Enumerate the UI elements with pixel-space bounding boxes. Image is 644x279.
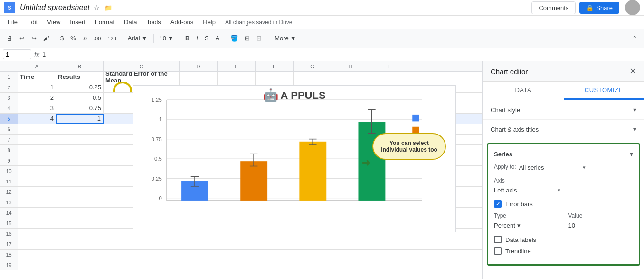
menu-addons[interactable]: Add-ons	[167, 17, 197, 27]
redo-button[interactable]: ↪	[28, 33, 39, 44]
bold-button[interactable]: B	[182, 33, 192, 44]
menu-help[interactable]: Help	[199, 17, 219, 27]
cell-reference-input[interactable]	[3, 49, 31, 59]
formula-input[interactable]	[42, 51, 641, 58]
apply-to-select[interactable]: All series ▾	[519, 163, 586, 173]
cell-G1[interactable]	[294, 72, 331, 82]
save-status: All changes saved in Drive	[225, 19, 292, 26]
separator-5	[225, 34, 225, 43]
type-value-row: Type Percent ▾ Value 10	[494, 212, 633, 231]
menu-format[interactable]: Format	[91, 17, 118, 27]
column-headers: A B C D E F G H I	[0, 61, 482, 72]
svg-text:0.5: 0.5	[154, 156, 162, 162]
comments-button[interactable]: Comments	[531, 1, 576, 14]
menu-insert[interactable]: Insert	[66, 17, 89, 27]
data-labels-checkbox[interactable]	[494, 236, 502, 243]
row-num: 13	[0, 197, 18, 207]
font-family-select[interactable]: Arial ▼	[124, 33, 151, 44]
menu-view[interactable]: View	[43, 17, 64, 27]
google-sheets-logo: S	[4, 2, 15, 13]
fx-label: fx	[34, 51, 39, 58]
apply-to-label: Apply to:	[494, 164, 516, 170]
chart-axis-titles-label: Chart & axis titles	[491, 126, 539, 133]
cell-A1[interactable]: Time	[18, 72, 56, 82]
share-button[interactable]: 🔒 Share	[579, 2, 619, 14]
cell-B1[interactable]: Results	[56, 72, 104, 82]
trendline-checkbox[interactable]	[494, 247, 502, 255]
lock-icon: 🔒	[586, 4, 594, 11]
svg-rect-30	[412, 115, 419, 121]
cell-A4[interactable]: 3	[18, 103, 56, 113]
svg-text:0: 0	[159, 195, 161, 201]
row-num: 9	[0, 155, 18, 165]
cell-B5[interactable]: 1	[56, 114, 104, 124]
chevron-down-icon: ▾	[630, 150, 633, 158]
avatar	[625, 0, 640, 15]
star-icon[interactable]: ☆	[93, 3, 101, 12]
cell-C1[interactable]: Standard Error of the Mean	[104, 72, 180, 82]
font-size-select[interactable]: 10 ▼	[156, 33, 177, 44]
strikethrough-button[interactable]: S	[202, 33, 212, 44]
print-button[interactable]: 🖨	[4, 33, 16, 44]
more-button[interactable]: More ▼	[270, 33, 301, 44]
menu-file[interactable]: File	[4, 17, 21, 27]
number-format-button[interactable]: 123	[104, 34, 119, 43]
chart-style-section[interactable]: Chart style ▾	[483, 100, 644, 120]
menu-data[interactable]: Data	[120, 17, 141, 27]
chart-axis-titles-section[interactable]: Chart & axis titles ▾	[483, 120, 644, 139]
cell-H1[interactable]	[331, 72, 369, 82]
tab-data[interactable]: DATA	[483, 82, 564, 100]
cell-E1[interactable]	[218, 72, 256, 82]
decrease-decimal-button[interactable]: .0	[80, 34, 90, 43]
cell-B4[interactable]: 0.75	[56, 103, 104, 113]
main-area: A B C D E F G H I 1 Time Results Standar…	[0, 61, 644, 279]
trendline-label: Trendline	[505, 248, 531, 255]
value-input[interactable]: 10	[568, 221, 634, 231]
data-labels-label: Data labels	[505, 236, 536, 243]
error-bars-row: ✓ Error bars	[494, 200, 633, 208]
type-select[interactable]: Percent ▾	[494, 221, 559, 231]
cell-B2[interactable]: 0.25	[56, 82, 104, 92]
row-num: 17	[0, 239, 18, 249]
cell-F1[interactable]	[256, 72, 294, 82]
tab-customize[interactable]: CUSTOMIZE	[564, 82, 644, 100]
cell-A5[interactable]: 4	[18, 114, 56, 124]
menu-tools[interactable]: Tools	[142, 17, 164, 27]
cell-A2[interactable]: 1	[18, 82, 56, 92]
text-color-button[interactable]: A	[213, 33, 223, 44]
cell-B3[interactable]: 0.5	[56, 93, 104, 103]
fill-color-button[interactable]: 🪣	[227, 33, 241, 44]
chevron-down-icon: ▾	[558, 187, 560, 193]
row-num: 12	[0, 187, 18, 197]
paint-format-button[interactable]: 🖌	[40, 33, 52, 44]
menu-edit[interactable]: Edit	[23, 17, 41, 27]
percent-button[interactable]: %	[67, 33, 79, 44]
axis-select[interactable]: Left axis ▾	[494, 185, 560, 195]
menu-bar: File Edit View Insert Format Data Tools …	[0, 16, 644, 29]
italic-button[interactable]: I	[193, 33, 201, 44]
increase-decimal-button[interactable]: .00	[91, 34, 104, 43]
folder-icon[interactable]: 📁	[104, 3, 113, 12]
chevron-down-icon: ▾	[517, 222, 521, 229]
currency-button[interactable]: $	[57, 33, 66, 44]
col-header-I: I	[369, 61, 407, 71]
data-labels-row: Data labels	[494, 236, 633, 243]
col-header-D: D	[180, 61, 218, 71]
series-label: Series	[494, 151, 512, 158]
row-num: 14	[0, 208, 18, 218]
undo-button[interactable]: ↩	[17, 33, 28, 44]
close-icon[interactable]: ✕	[629, 66, 636, 77]
chevron-down-icon: ▾	[583, 164, 586, 171]
merge-button[interactable]: ⊡	[254, 33, 265, 44]
separator-6	[267, 34, 267, 43]
cell-D1[interactable]	[180, 72, 218, 82]
toolbar: 🖨 ↩ ↪ 🖌 $ % .0 .00 123 Arial ▼ 10 ▼ B I …	[0, 29, 644, 48]
trendline-row: Trendline	[494, 247, 633, 255]
cell-A3[interactable]: 2	[18, 93, 56, 103]
collapse-toolbar-button[interactable]: ⌃	[629, 33, 640, 44]
col-header-B: B	[56, 61, 104, 71]
file-title: Untitled spreadsheet	[20, 3, 90, 12]
error-bars-checkbox[interactable]: ✓	[494, 200, 502, 208]
series-section: Series ▾ Apply to: All series ▾ Axis	[487, 143, 640, 266]
borders-button[interactable]: ⊞	[242, 33, 253, 44]
